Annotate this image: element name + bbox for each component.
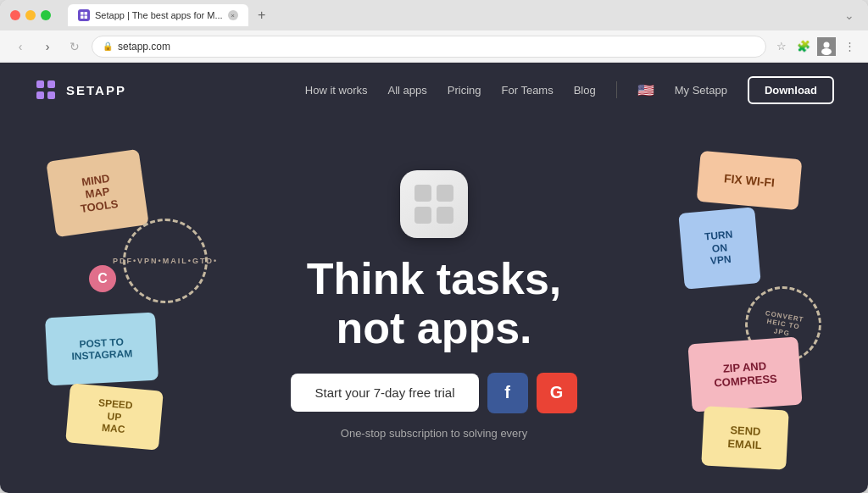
nav-how-it-works[interactable]: How it works [305,84,368,97]
forward-button[interactable]: › [37,36,58,57]
toolbar-actions: ☆ 🧩 ⋮ [773,37,858,56]
facebook-signin-button[interactable]: f [487,373,528,413]
google-signin-button[interactable]: G [537,373,577,413]
minimize-button[interactable] [25,10,36,20]
hero-section: MINDMAPTOOLS PDF•VPN•MAIL•GTD• C POST TO… [0,117,868,493]
svg-rect-9 [47,80,55,88]
back-button[interactable]: ‹ [10,36,31,57]
svg-rect-14 [415,207,431,224]
menu-icon[interactable]: ⋮ [841,38,858,55]
hero-center: Think tasks, not apps. Start your 7-day … [291,170,576,439]
svg-rect-8 [36,80,44,88]
svg-point-5 [824,42,830,47]
svg-rect-11 [47,91,55,99]
nav-for-teams[interactable]: For Teams [502,84,554,97]
ssl-lock-icon: 🔒 [103,42,113,51]
svg-rect-2 [81,16,84,19]
browser-toolbar: ‹ › ↻ 🔒 setapp.com ☆ 🧩 ⋮ [0,30,868,63]
page-content: SETAPP How it works All apps Pricing For… [0,63,868,493]
svg-rect-1 [85,12,88,15]
svg-rect-10 [36,91,44,99]
trial-button[interactable]: Start your 7-day free trial [291,374,478,412]
svg-rect-12 [415,185,431,202]
svg-rect-13 [437,185,453,202]
brand-logo-icon [34,78,58,102]
tab-bar: Setapp | The best apps for M... × + [68,4,448,26]
tab-favicon [78,9,90,21]
sticker-mind-map-tools: MINDMAPTOOLS [46,149,148,237]
svg-rect-15 [437,207,453,224]
svg-rect-0 [81,12,84,15]
address-bar[interactable]: 🔒 setapp.com [92,36,766,58]
nav-links: How it works All apps Pricing For Teams … [305,76,834,104]
setapp-icon-graphic [413,183,455,225]
nav-pricing[interactable]: Pricing [448,84,481,97]
extensions-icon[interactable]: 🧩 [795,38,812,55]
browser-titlebar: Setapp | The best apps for M... × + ⌄ [0,0,868,30]
tab-title: Setapp | The best apps for M... [95,10,223,20]
sticker-post-instagram: POST TOINSTAGRAM [45,313,159,386]
svg-point-6 [821,48,832,55]
hero-cta-group: Start your 7-day free trial f G [291,373,576,413]
nav-my-setapp[interactable]: My Setapp [675,84,727,97]
nav-blog[interactable]: Blog [574,84,596,97]
brand: SETAPP [34,78,126,102]
traffic-lights [10,10,51,20]
sticker-pdf-circle: PDF•VPN•MAIL•GTD• [123,219,208,303]
brand-name: SETAPP [66,83,126,97]
sticker-turn-on-vpn: TURNONVPN [678,207,761,290]
new-tab-button[interactable]: + [252,5,272,25]
bookmark-icon[interactable]: ☆ [773,38,790,55]
site-navbar: SETAPP How it works All apps Pricing For… [0,63,868,117]
svg-rect-3 [85,16,88,19]
setapp-app-icon [400,170,468,238]
window-collapse-button[interactable]: ⌄ [841,8,858,22]
maximize-button[interactable] [41,10,51,20]
sticker-fix-wifi: FIX WI-FI [697,151,803,210]
reload-button[interactable]: ↻ [64,36,85,57]
active-tab[interactable]: Setapp | The best apps for M... × [68,4,248,26]
profile-icon[interactable] [817,37,836,56]
close-button[interactable] [10,10,20,20]
sticker-zip-compress: ZIP ANDCOMPRESS [687,337,802,413]
browser-window: Setapp | The best apps for M... × + ⌄ ‹ … [0,0,868,493]
tab-close-button[interactable]: × [228,10,238,20]
download-button[interactable]: Download [748,76,834,104]
language-flag[interactable]: 🇺🇸 [637,82,654,98]
sticker-speed-up-mac: SPEEDUPMAC [65,383,164,450]
sticker-send-email: SENDEMAIL [701,406,789,469]
nav-all-apps[interactable]: All apps [388,84,427,97]
nav-divider [616,81,617,98]
hero-subtext: One-stop subscription to solving every [341,427,527,440]
url-display: setapp.com [118,41,170,53]
sticker-c-letter: C [89,265,116,292]
hero-title: Think tasks, not apps. [307,255,562,352]
